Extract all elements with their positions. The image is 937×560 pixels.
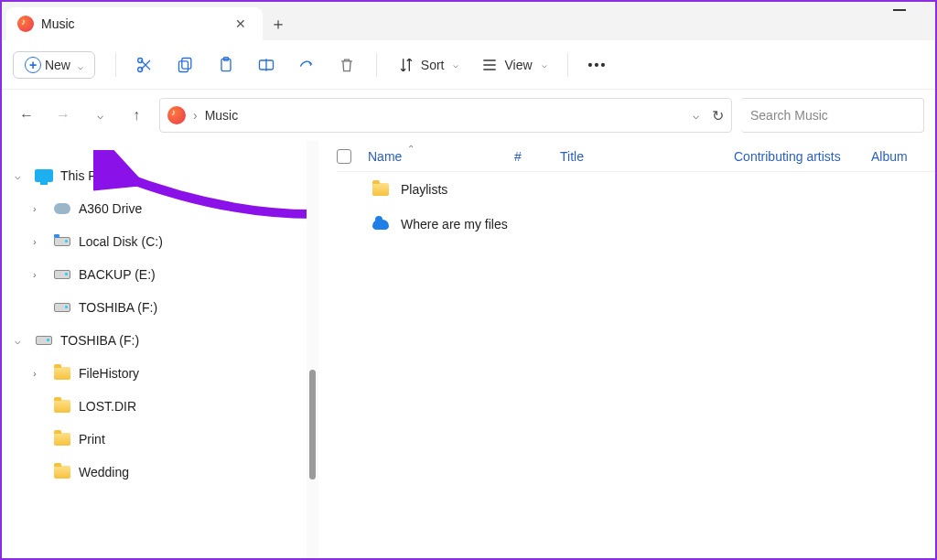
search-input[interactable]: Search Music [741, 98, 924, 133]
copy-button[interactable] [167, 50, 204, 80]
col-number[interactable]: # [514, 149, 560, 164]
scissors-icon [136, 56, 155, 74]
view-label: View [504, 58, 532, 72]
svg-rect-3 [178, 60, 188, 71]
drive-icon [54, 303, 70, 312]
tab-strip: Music ✕ ＋ [2, 2, 935, 40]
list-item[interactable]: Playlists [337, 172, 935, 207]
sort-label: Sort [421, 58, 445, 72]
trash-icon [338, 56, 356, 74]
tab-music[interactable]: Music ✕ [6, 7, 263, 40]
sidebar-scrollbar[interactable] [307, 141, 318, 558]
divider [376, 53, 377, 77]
chevron-right-icon[interactable]: › [33, 269, 46, 280]
chevron-down-icon: ⌵ [78, 61, 83, 71]
view-button[interactable]: View ⌵ [471, 50, 555, 80]
share-icon [297, 56, 316, 74]
tree-label: A360 Drive [79, 201, 142, 216]
chevron-right-icon: › [193, 108, 198, 123]
divider [567, 53, 568, 77]
col-name[interactable]: Name⌃ [368, 149, 514, 164]
new-button[interactable]: + New ⌵ [13, 51, 95, 79]
music-icon [167, 106, 186, 124]
cloud-icon [54, 203, 70, 214]
col-title[interactable]: Title [560, 149, 734, 164]
refresh-button[interactable]: ↻ [712, 107, 724, 124]
breadcrumb[interactable]: Music [205, 108, 239, 123]
file-name: Playlists [401, 182, 447, 197]
list-item[interactable]: Where are my files [337, 207, 935, 242]
forward-button[interactable]: → [49, 107, 77, 124]
tree-label: Wedding [79, 465, 129, 479]
main-area: ⌵ This PC › A360 Drive › Local Disk (C:)… [2, 141, 935, 558]
file-list: Name⌃ # Title Contributing artists Album… [318, 141, 935, 558]
chevron-down-icon[interactable]: ⌵ [15, 170, 27, 182]
chevron-right-icon[interactable]: › [33, 203, 46, 214]
col-contributing[interactable]: Contributing artists [734, 149, 871, 164]
new-tab-button[interactable]: ＋ [263, 13, 294, 40]
chevron-right-icon[interactable]: › [33, 236, 46, 247]
col-album[interactable]: Album [871, 149, 935, 164]
share-button[interactable] [288, 50, 325, 80]
paste-button[interactable] [208, 50, 244, 80]
back-button[interactable]: ← [13, 107, 40, 124]
divider [115, 53, 116, 77]
address-bar[interactable]: › Music ⌵ ↻ [159, 98, 732, 133]
new-label: New [45, 58, 70, 72]
folder-icon [54, 367, 70, 380]
tree-label: Local Disk (C:) [79, 234, 163, 249]
column-headers: Name⌃ # Title Contributing artists Album [337, 141, 935, 172]
tree-backup-e[interactable]: › BACKUP (E:) [9, 258, 299, 291]
nav-row: ← → ⌵ ↑ › Music ⌵ ↻ Search Music [2, 90, 935, 141]
tab-title: Music [41, 16, 222, 31]
chevron-down-icon[interactable]: ⌵ [693, 109, 699, 122]
tree-toshiba-f-2[interactable]: ⌵ TOSHIBA (F:) [9, 324, 299, 357]
onedrive-icon [372, 220, 389, 230]
tree-label: LOST.DIR [79, 399, 136, 414]
tree-filehistory[interactable]: › FileHistory [9, 357, 299, 390]
tree-print[interactable]: Print [9, 423, 299, 456]
recent-button[interactable]: ⌵ [86, 109, 113, 122]
folder-icon [54, 433, 70, 446]
plus-icon: + [25, 57, 41, 73]
chevron-right-icon[interactable]: › [33, 368, 46, 379]
cut-button[interactable] [127, 50, 164, 80]
folder-icon [54, 466, 70, 479]
folder-icon [372, 183, 389, 196]
tree-label: TOSHIBA (F:) [79, 300, 157, 315]
tree-this-pc[interactable]: ⌵ This PC [9, 159, 299, 192]
window-minimize-button[interactable] [893, 9, 906, 11]
tree-local-c[interactable]: › Local Disk (C:) [9, 225, 299, 258]
tree-toshiba-f-1[interactable]: TOSHIBA (F:) [9, 291, 299, 324]
nav-tree: ⌵ This PC › A360 Drive › Local Disk (C:)… [2, 141, 307, 558]
drive-icon [36, 336, 52, 345]
chevron-down-icon: ⌵ [542, 59, 547, 70]
music-icon [17, 16, 34, 32]
tree-label: Print [79, 432, 105, 447]
select-all-checkbox[interactable] [337, 149, 351, 164]
chevron-down-icon[interactable]: ⌵ [15, 335, 27, 347]
sort-button[interactable]: Sort ⌵ [388, 50, 468, 80]
close-icon[interactable]: ✕ [230, 13, 252, 35]
sort-asc-icon: ⌃ [407, 144, 415, 158]
tree-label: BACKUP (E:) [79, 267, 156, 282]
scrollbar-thumb[interactable] [309, 370, 316, 479]
pc-icon [35, 169, 53, 182]
clipboard-icon [217, 56, 235, 74]
tree-label: TOSHIBA (F:) [60, 333, 139, 348]
tree-a360[interactable]: › A360 Drive [9, 192, 299, 225]
copy-icon [177, 56, 195, 74]
sort-icon [397, 56, 415, 74]
chevron-down-icon: ⌵ [453, 59, 458, 70]
up-button[interactable]: ↑ [123, 107, 150, 124]
tree-label: FileHistory [79, 366, 139, 381]
rename-button[interactable] [248, 50, 285, 80]
tree-lostdir[interactable]: LOST.DIR [9, 390, 299, 423]
delete-button[interactable] [328, 50, 365, 80]
folder-icon [54, 400, 70, 413]
tree-wedding[interactable]: Wedding [9, 456, 299, 489]
drive-icon [54, 237, 70, 246]
drive-icon [54, 270, 70, 279]
view-icon [480, 56, 499, 74]
more-button[interactable]: ••• [579, 52, 617, 78]
